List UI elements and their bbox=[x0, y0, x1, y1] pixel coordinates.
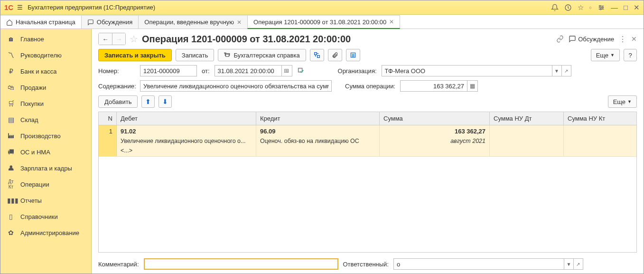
page-close-icon[interactable]: ✕ bbox=[631, 35, 637, 43]
tab-home[interactable]: Начальная страница bbox=[0, 15, 82, 28]
content-input[interactable] bbox=[140, 80, 332, 92]
col-credit[interactable]: Кредит bbox=[256, 112, 380, 125]
star-icon[interactable]: ☆ bbox=[578, 3, 584, 12]
bell-icon[interactable] bbox=[551, 4, 559, 11]
sidebar-label: Справочники bbox=[20, 213, 58, 220]
menu-icon[interactable]: ☰ bbox=[17, 4, 23, 11]
col-nukt[interactable]: Сумма НУ Кт bbox=[564, 112, 636, 125]
sidebar-item-main[interactable]: 🏠︎Главное bbox=[0, 31, 91, 47]
cell-nudt[interactable] bbox=[490, 125, 564, 156]
chevron-down-icon[interactable]: ▼ bbox=[552, 66, 561, 76]
link-icon[interactable] bbox=[556, 35, 564, 43]
more-button[interactable]: Еще▼ bbox=[591, 49, 620, 61]
report-label: Бухгалтерская справка bbox=[233, 52, 299, 59]
more-label: Еще bbox=[596, 52, 608, 59]
sidebar-label: ОС и НМА bbox=[20, 149, 50, 156]
comment-input[interactable] bbox=[144, 258, 338, 270]
tab-close-icon[interactable]: ✕ bbox=[389, 19, 394, 25]
org-input[interactable] bbox=[382, 66, 552, 76]
sidebar-item-operations[interactable]: ДтКтОперации bbox=[0, 176, 91, 192]
move-down-button[interactable]: ⬇ bbox=[159, 95, 172, 108]
calendar-icon[interactable]: 📅︎ bbox=[281, 66, 292, 76]
sidebar-item-purchases[interactable]: 🛒︎Покупки bbox=[0, 95, 91, 112]
discuss-label: Обсуждение bbox=[578, 36, 614, 43]
discuss-button[interactable]: Обсуждение bbox=[569, 35, 614, 43]
svg-point-4 bbox=[599, 5, 601, 7]
svg-rect-9 bbox=[314, 53, 317, 55]
tab-operation-doc[interactable]: Операция 1201-000009 от 31.08.2021 20:00… bbox=[247, 15, 400, 29]
box-icon: ▤ bbox=[7, 116, 15, 123]
debit-subconto: Увеличение ликвидационного оценочного о.… bbox=[121, 138, 252, 144]
tab-operations-manual[interactable]: Операции, введенные вручную ✕ bbox=[138, 15, 248, 28]
close-icon[interactable]: ✕ bbox=[634, 3, 640, 12]
sidebar-item-reports[interactable]: ▮▮▮Отчеты bbox=[0, 192, 91, 208]
chevron-down-icon[interactable]: ▼ bbox=[564, 259, 573, 269]
bars-icon: ▮▮▮ bbox=[7, 197, 15, 204]
gear-icon: ✿ bbox=[7, 229, 15, 236]
nav-back-button[interactable]: ← bbox=[99, 33, 112, 45]
sidebar-item-bank[interactable]: ₽Банк и касса bbox=[0, 63, 91, 79]
sidebar-label: Продажи bbox=[20, 84, 46, 91]
svg-rect-8 bbox=[224, 53, 226, 54]
report-button[interactable]: Бухгалтерская справка bbox=[218, 49, 306, 61]
maximize-icon[interactable]: □ bbox=[624, 3, 628, 11]
tab-discussions[interactable]: Обсуждения bbox=[81, 15, 139, 28]
cell-debit[interactable]: 91.02 Увеличение ликвидационного оценочн… bbox=[117, 125, 256, 156]
sidebar-item-sales[interactable]: 🛍︎Продажи bbox=[0, 79, 91, 95]
col-n[interactable]: N bbox=[99, 112, 117, 125]
home-icon bbox=[6, 19, 13, 26]
nav-forward-button[interactable]: → bbox=[112, 33, 125, 45]
calc-icon[interactable]: ▦ bbox=[467, 81, 477, 91]
cell-sum[interactable]: 163 362,27 август 2021 bbox=[380, 125, 490, 156]
sidebar-item-warehouse[interactable]: ▤Склад bbox=[0, 112, 91, 128]
sidebar-label: Банк и касса bbox=[20, 68, 57, 75]
book-icon: ▯ bbox=[7, 213, 15, 220]
settings-icon[interactable] bbox=[597, 4, 605, 11]
cell-credit[interactable]: 96.09 Оценоч. обяз-во на ликвидацию ОС bbox=[256, 125, 380, 156]
from-label: от: bbox=[202, 67, 210, 75]
col-nudt[interactable]: Сумма НУ Дт bbox=[490, 112, 564, 125]
history-icon[interactable] bbox=[564, 4, 572, 11]
attach-button[interactable] bbox=[328, 49, 342, 61]
sidebar-item-production[interactable]: 🏭︎Производство bbox=[0, 128, 91, 144]
kebab-icon[interactable]: ⋮ bbox=[619, 35, 626, 44]
col-sum[interactable]: Сумма bbox=[380, 112, 490, 125]
add-button[interactable]: Добавить bbox=[98, 95, 138, 108]
sidebar-item-catalogs[interactable]: ▯Справочники bbox=[0, 208, 91, 225]
col-debit[interactable]: Дебет bbox=[117, 112, 256, 125]
sidebar-item-assets[interactable]: 🚚︎ОС и НМА bbox=[0, 144, 91, 160]
sidebar-label: Зарплата и кадры bbox=[20, 165, 72, 172]
tab-label: Операция 1201-000009 от 31.08.2021 20:00… bbox=[253, 19, 386, 26]
table-more-button[interactable]: Еще▼ bbox=[608, 95, 637, 108]
date-input[interactable] bbox=[215, 66, 281, 76]
svg-point-6 bbox=[600, 9, 601, 10]
fill-button[interactable] bbox=[310, 49, 324, 61]
resp-input[interactable] bbox=[394, 259, 564, 269]
cell-nukt[interactable] bbox=[564, 125, 636, 156]
print-icon bbox=[224, 52, 231, 58]
save-close-button[interactable]: Записать и закрыть bbox=[98, 49, 172, 61]
move-up-button[interactable]: ⬆ bbox=[141, 95, 155, 108]
sidebar-item-manager[interactable]: 〽Руководителю bbox=[0, 47, 91, 63]
sidebar-item-payroll[interactable]: 👤︎Зарплата и кадры bbox=[0, 160, 91, 176]
content-label: Содержание: bbox=[98, 83, 135, 90]
open-icon[interactable]: ↗ bbox=[573, 259, 583, 269]
person-icon: 👤︎ bbox=[7, 164, 15, 172]
tab-close-icon[interactable]: ✕ bbox=[237, 19, 242, 26]
post-icon[interactable] bbox=[297, 67, 305, 75]
number-input[interactable] bbox=[140, 65, 197, 76]
sidebar-label: Покупки bbox=[20, 100, 44, 107]
open-icon[interactable]: ↗ bbox=[561, 66, 571, 76]
table-row[interactable]: 1 91.02 Увеличение ликвидационного оцено… bbox=[99, 125, 636, 157]
save-button[interactable]: Записать bbox=[176, 49, 215, 61]
favorite-icon[interactable]: ☆ bbox=[130, 33, 138, 45]
circle-icon[interactable]: ○ bbox=[589, 5, 592, 10]
minimize-icon[interactable]: — bbox=[611, 3, 618, 11]
list-button[interactable] bbox=[346, 49, 360, 61]
sidebar-item-admin[interactable]: ✿Администрирование bbox=[0, 225, 91, 241]
sidebar-label: Операции bbox=[20, 181, 49, 188]
opsum-input[interactable] bbox=[401, 81, 467, 91]
help-button[interactable]: ? bbox=[624, 49, 637, 61]
svg-point-5 bbox=[602, 7, 603, 8]
row-number: 1 bbox=[99, 125, 117, 156]
